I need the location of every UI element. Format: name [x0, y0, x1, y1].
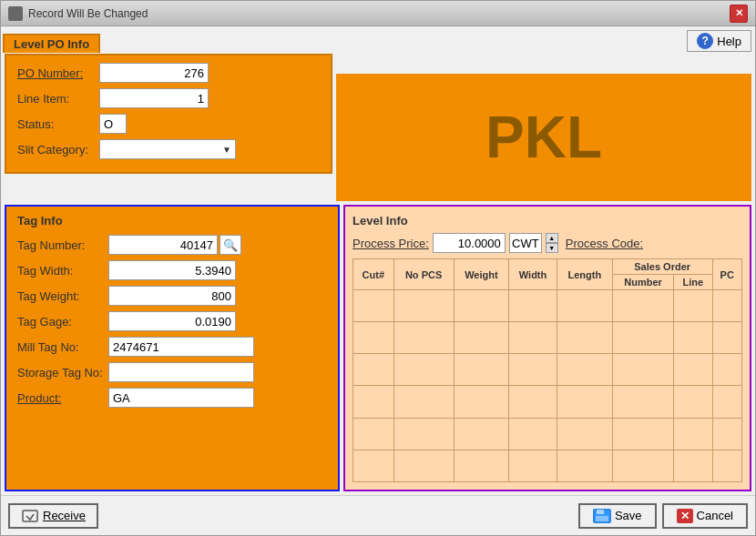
help-label: Help	[717, 35, 741, 48]
close-button[interactable]: ✕	[730, 5, 748, 23]
col-cut-header: Cut#	[353, 259, 394, 290]
col-pc-header: PC	[712, 259, 741, 290]
table-row	[353, 322, 742, 354]
spinner-up-button[interactable]: ▲	[546, 233, 558, 243]
spinner-down-button[interactable]: ▼	[546, 243, 558, 253]
table-row	[353, 450, 742, 481]
cancel-icon: ✕	[677, 509, 693, 523]
save-label: Save	[615, 509, 642, 522]
window-icon	[8, 6, 23, 21]
title-bar-left: Record Will Be Changed	[8, 6, 148, 21]
title-bar: Record Will Be Changed ✕	[1, 1, 755, 26]
help-button[interactable]: ? Help	[687, 30, 751, 52]
storage-tag-input[interactable]	[108, 362, 254, 382]
bottom-section: Tag Info Tag Number: 🔍 Tag Width: Tag	[5, 205, 751, 491]
storage-tag-row: Storage Tag No:	[17, 362, 327, 382]
tag-weight-row: Tag Weight:	[17, 286, 327, 306]
tag-gage-label: Tag Gage:	[17, 315, 108, 329]
po-info-container: Level PO Info PO Number: Line Item:	[5, 54, 332, 201]
po-info-content: PO Number: Line Item: Status:	[6, 56, 331, 172]
tag-width-label: Tag Width:	[17, 264, 108, 278]
mill-tag-input[interactable]	[108, 337, 254, 357]
tag-weight-input[interactable]	[108, 286, 236, 306]
tag-number-row: Tag Number: 🔍	[17, 235, 327, 255]
table-row	[353, 386, 742, 418]
slit-category-dropdown[interactable]: ▼	[99, 139, 236, 159]
col-width-header: Width	[509, 259, 557, 290]
level-table: Cut# No PCS Weight Width Length Sales Or…	[352, 258, 742, 482]
footer: Receive Save ✕ Cancel	[1, 495, 755, 535]
main-content: ? Help Level PO Info PO Number:	[1, 26, 755, 495]
table-row	[353, 354, 742, 386]
cancel-button[interactable]: ✕ Cancel	[662, 503, 748, 529]
product-row: Product:	[17, 388, 327, 408]
save-button[interactable]: Save	[578, 503, 657, 529]
slit-category-row: Slit Category: ▼	[17, 139, 320, 159]
po-info-panel: PO Number: Line Item: Status:	[5, 54, 332, 174]
tag-gage-row: Tag Gage:	[17, 311, 327, 331]
window-title: Record Will Be Changed	[28, 7, 148, 20]
table-row	[353, 418, 742, 450]
col-nopcs-header: No PCS	[393, 259, 454, 290]
tag-info-panel: Tag Info Tag Number: 🔍 Tag Width: Tag	[5, 205, 340, 491]
storage-tag-label: Storage Tag No:	[17, 366, 108, 379]
tag-weight-label: Tag Weight:	[17, 289, 108, 303]
cwt-spinner[interactable]: ▲ ▼	[546, 233, 558, 253]
svg-rect-2	[597, 510, 604, 514]
level-table-body	[353, 290, 742, 482]
col-sales-order-header: Sales Order	[612, 259, 712, 275]
receive-label: Receive	[43, 509, 86, 522]
table-row	[353, 290, 742, 322]
tag-width-input[interactable]	[108, 260, 236, 280]
col-so-number-header: Number	[612, 275, 673, 290]
po-number-row: PO Number:	[17, 63, 320, 83]
status-input[interactable]	[99, 114, 127, 134]
col-so-line-header: Line	[674, 275, 712, 290]
mill-tag-label: Mill Tag No:	[17, 340, 108, 354]
process-price-label: Process Price:	[352, 237, 429, 250]
mill-tag-row: Mill Tag No:	[17, 337, 327, 357]
col-length-header: Length	[557, 259, 612, 290]
product-label: Product:	[17, 391, 108, 405]
product-input[interactable]	[108, 388, 254, 408]
level-info-panel: Level Info Process Price: CWT ▲ ▼ Proces…	[343, 205, 751, 491]
cancel-label: Cancel	[697, 509, 733, 522]
tag-number-label: Tag Number:	[17, 238, 108, 252]
save-icon	[593, 509, 611, 523]
level-info-title: Level Info	[352, 214, 742, 228]
process-code-label: Process Code:	[566, 237, 643, 250]
status-row: Status:	[17, 114, 320, 134]
po-number-input[interactable]	[99, 63, 209, 83]
po-number-label: PO Number:	[17, 66, 99, 80]
tag-number-input[interactable]	[108, 235, 218, 255]
line-item-row: Line Item:	[17, 88, 320, 108]
pkl-logo: PKL	[485, 104, 602, 171]
tag-gage-input[interactable]	[108, 311, 236, 331]
line-item-label: Line Item:	[17, 92, 99, 106]
search-icon: 🔍	[223, 238, 238, 252]
process-price-input[interactable]	[433, 233, 506, 253]
svg-rect-3	[596, 516, 608, 521]
help-icon: ?	[697, 33, 713, 49]
main-window: Record Will Be Changed ✕ ? Help Level PO…	[0, 0, 756, 536]
receive-icon	[21, 509, 39, 523]
dropdown-arrow-icon: ▼	[222, 145, 231, 155]
level-controls: Process Price: CWT ▲ ▼ Process Code:	[352, 233, 742, 253]
pkl-area: PKL	[336, 74, 751, 201]
slit-category-label: Slit Category:	[17, 143, 99, 157]
po-info-tab[interactable]: Level PO Info	[3, 34, 100, 53]
top-section: Level PO Info PO Number: Line Item:	[5, 54, 751, 201]
col-weight-header: Weight	[454, 259, 509, 290]
tag-info-title: Tag Info	[17, 214, 327, 228]
status-label: Status:	[17, 117, 99, 131]
tag-search-button[interactable]: 🔍	[220, 235, 241, 255]
tag-width-row: Tag Width:	[17, 260, 327, 280]
line-item-input[interactable]	[99, 88, 209, 108]
receive-button[interactable]: Receive	[8, 503, 98, 529]
cwt-display: CWT	[509, 233, 542, 253]
footer-right: Save ✕ Cancel	[578, 503, 748, 529]
